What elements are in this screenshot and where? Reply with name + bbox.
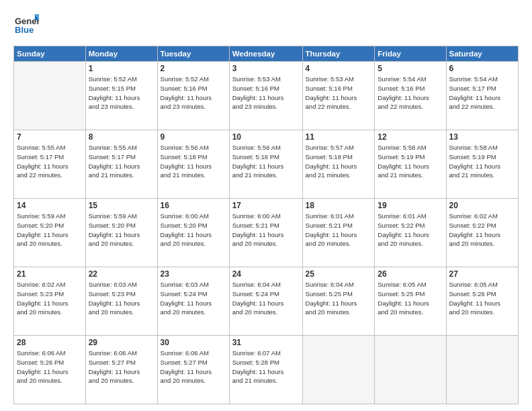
day-detail: Sunrise: 5:56 AM Sunset: 5:18 PM Dayligh… xyxy=(232,143,300,180)
day-detail: Sunrise: 6:00 AM Sunset: 5:21 PM Dayligh… xyxy=(232,212,300,248)
day-number: 5 xyxy=(378,64,443,73)
calendar-cell: 22Sunrise: 6:03 AM Sunset: 5:23 PM Dayli… xyxy=(85,267,157,336)
calendar-cell: 12Sunrise: 5:58 AM Sunset: 5:19 PM Dayli… xyxy=(375,130,446,199)
day-number: 28 xyxy=(17,338,83,347)
page: General Blue SundayMondayTuesdayWednesda… xyxy=(0,0,532,411)
day-detail: Sunrise: 5:54 AM Sunset: 5:17 PM Dayligh… xyxy=(449,75,516,111)
calendar-cell: 17Sunrise: 6:00 AM Sunset: 5:21 PM Dayli… xyxy=(229,199,302,267)
day-number: 19 xyxy=(378,201,443,210)
day-detail: Sunrise: 6:03 AM Sunset: 5:23 PM Dayligh… xyxy=(89,280,154,317)
day-detail: Sunrise: 5:58 AM Sunset: 5:19 PM Dayligh… xyxy=(378,143,443,180)
day-number: 22 xyxy=(89,269,154,279)
day-number: 29 xyxy=(89,338,154,347)
calendar-cell: 11Sunrise: 5:57 AM Sunset: 5:18 PM Dayli… xyxy=(302,130,375,199)
calendar-cell: 3Sunrise: 5:53 AM Sunset: 5:16 PM Daylig… xyxy=(229,62,302,130)
day-number: 4 xyxy=(306,64,372,73)
calendar-cell xyxy=(302,336,375,404)
header: General Blue xyxy=(13,11,519,39)
calendar-cell: 18Sunrise: 6:01 AM Sunset: 5:21 PM Dayli… xyxy=(302,199,375,267)
day-number: 23 xyxy=(161,269,226,279)
week-row-1: 1Sunrise: 5:52 AM Sunset: 5:15 PM Daylig… xyxy=(14,62,519,130)
calendar-cell: 21Sunrise: 6:02 AM Sunset: 5:23 PM Dayli… xyxy=(14,267,86,336)
week-row-5: 28Sunrise: 6:06 AM Sunset: 5:26 PM Dayli… xyxy=(14,336,519,404)
calendar-cell: 16Sunrise: 6:00 AM Sunset: 5:20 PM Dayli… xyxy=(157,199,229,267)
calendar-cell: 28Sunrise: 6:06 AM Sunset: 5:26 PM Dayli… xyxy=(14,336,86,404)
calendar-cell: 31Sunrise: 6:07 AM Sunset: 5:28 PM Dayli… xyxy=(229,336,302,404)
day-detail: Sunrise: 5:57 AM Sunset: 5:18 PM Dayligh… xyxy=(306,143,372,180)
day-number: 3 xyxy=(232,64,300,73)
day-number: 14 xyxy=(17,201,83,210)
day-number: 31 xyxy=(232,338,300,347)
day-number: 18 xyxy=(306,201,372,210)
calendar-cell: 9Sunrise: 5:56 AM Sunset: 5:18 PM Daylig… xyxy=(157,130,229,199)
day-number: 17 xyxy=(232,201,300,210)
day-number: 7 xyxy=(17,132,83,142)
day-detail: Sunrise: 5:55 AM Sunset: 5:17 PM Dayligh… xyxy=(17,143,83,180)
day-detail: Sunrise: 5:52 AM Sunset: 5:16 PM Dayligh… xyxy=(161,75,226,111)
day-number: 20 xyxy=(449,201,516,210)
day-detail: Sunrise: 5:55 AM Sunset: 5:17 PM Dayligh… xyxy=(89,143,154,180)
day-detail: Sunrise: 6:05 AM Sunset: 5:25 PM Dayligh… xyxy=(378,280,443,317)
day-detail: Sunrise: 5:53 AM Sunset: 5:16 PM Dayligh… xyxy=(232,75,300,111)
calendar-cell: 10Sunrise: 5:56 AM Sunset: 5:18 PM Dayli… xyxy=(229,130,302,199)
day-detail: Sunrise: 5:54 AM Sunset: 5:16 PM Dayligh… xyxy=(378,75,443,111)
day-detail: Sunrise: 6:02 AM Sunset: 5:23 PM Dayligh… xyxy=(17,280,83,317)
day-detail: Sunrise: 5:52 AM Sunset: 5:15 PM Dayligh… xyxy=(89,75,154,111)
day-number: 26 xyxy=(378,269,443,279)
day-number: 9 xyxy=(161,132,226,142)
day-number: 1 xyxy=(89,64,154,73)
calendar-cell xyxy=(14,62,86,130)
calendar-cell: 23Sunrise: 6:03 AM Sunset: 5:24 PM Dayli… xyxy=(157,267,229,336)
day-detail: Sunrise: 6:05 AM Sunset: 5:26 PM Dayligh… xyxy=(449,280,516,317)
weekday-header-thursday: Thursday xyxy=(302,46,375,62)
day-detail: Sunrise: 6:06 AM Sunset: 5:26 PM Dayligh… xyxy=(17,349,83,385)
day-detail: Sunrise: 5:56 AM Sunset: 5:18 PM Dayligh… xyxy=(161,143,226,180)
calendar-cell: 6Sunrise: 5:54 AM Sunset: 5:17 PM Daylig… xyxy=(446,62,519,130)
day-detail: Sunrise: 6:01 AM Sunset: 5:22 PM Dayligh… xyxy=(378,212,443,248)
calendar: SundayMondayTuesdayWednesdayThursdayFrid… xyxy=(13,46,519,404)
weekday-header-row: SundayMondayTuesdayWednesdayThursdayFrid… xyxy=(14,46,519,62)
day-number: 2 xyxy=(161,64,226,73)
day-number: 10 xyxy=(232,132,300,142)
calendar-cell: 1Sunrise: 5:52 AM Sunset: 5:15 PM Daylig… xyxy=(85,62,157,130)
day-detail: Sunrise: 6:06 AM Sunset: 5:27 PM Dayligh… xyxy=(161,349,226,385)
weekday-header-monday: Monday xyxy=(85,46,157,62)
day-number: 12 xyxy=(378,132,443,142)
calendar-cell xyxy=(446,336,519,404)
calendar-cell: 13Sunrise: 5:58 AM Sunset: 5:19 PM Dayli… xyxy=(446,130,519,199)
day-number: 25 xyxy=(306,269,372,279)
day-number: 16 xyxy=(161,201,226,210)
logo-icon: General Blue xyxy=(13,11,39,36)
svg-text:Blue: Blue xyxy=(15,25,34,35)
calendar-cell: 7Sunrise: 5:55 AM Sunset: 5:17 PM Daylig… xyxy=(14,130,86,199)
day-number: 6 xyxy=(449,64,516,73)
day-detail: Sunrise: 6:01 AM Sunset: 5:21 PM Dayligh… xyxy=(306,212,372,248)
weekday-header-tuesday: Tuesday xyxy=(157,46,229,62)
calendar-cell: 30Sunrise: 6:06 AM Sunset: 5:27 PM Dayli… xyxy=(157,336,229,404)
day-number: 13 xyxy=(449,132,516,142)
day-detail: Sunrise: 6:00 AM Sunset: 5:20 PM Dayligh… xyxy=(161,212,226,248)
weekday-header-saturday: Saturday xyxy=(446,46,519,62)
weekday-header-wednesday: Wednesday xyxy=(229,46,302,62)
day-number: 8 xyxy=(89,132,154,142)
calendar-cell: 15Sunrise: 5:59 AM Sunset: 5:20 PM Dayli… xyxy=(85,199,157,267)
day-detail: Sunrise: 6:04 AM Sunset: 5:25 PM Dayligh… xyxy=(306,280,372,317)
calendar-cell: 8Sunrise: 5:55 AM Sunset: 5:17 PM Daylig… xyxy=(85,130,157,199)
calendar-cell: 25Sunrise: 6:04 AM Sunset: 5:25 PM Dayli… xyxy=(302,267,375,336)
day-detail: Sunrise: 5:58 AM Sunset: 5:19 PM Dayligh… xyxy=(449,143,516,180)
weekday-header-friday: Friday xyxy=(375,46,446,62)
day-number: 30 xyxy=(161,338,226,347)
logo: General Blue xyxy=(13,11,42,39)
calendar-cell: 19Sunrise: 6:01 AM Sunset: 5:22 PM Dayli… xyxy=(375,199,446,267)
day-number: 24 xyxy=(232,269,300,279)
day-detail: Sunrise: 6:03 AM Sunset: 5:24 PM Dayligh… xyxy=(161,280,226,317)
day-number: 11 xyxy=(306,132,372,142)
day-number: 15 xyxy=(89,201,154,210)
calendar-cell: 24Sunrise: 6:04 AM Sunset: 5:24 PM Dayli… xyxy=(229,267,302,336)
week-row-3: 14Sunrise: 5:59 AM Sunset: 5:20 PM Dayli… xyxy=(14,199,519,267)
day-detail: Sunrise: 6:07 AM Sunset: 5:28 PM Dayligh… xyxy=(232,349,300,385)
calendar-cell: 5Sunrise: 5:54 AM Sunset: 5:16 PM Daylig… xyxy=(375,62,446,130)
calendar-cell: 27Sunrise: 6:05 AM Sunset: 5:26 PM Dayli… xyxy=(446,267,519,336)
calendar-cell xyxy=(375,336,446,404)
week-row-4: 21Sunrise: 6:02 AM Sunset: 5:23 PM Dayli… xyxy=(14,267,519,336)
